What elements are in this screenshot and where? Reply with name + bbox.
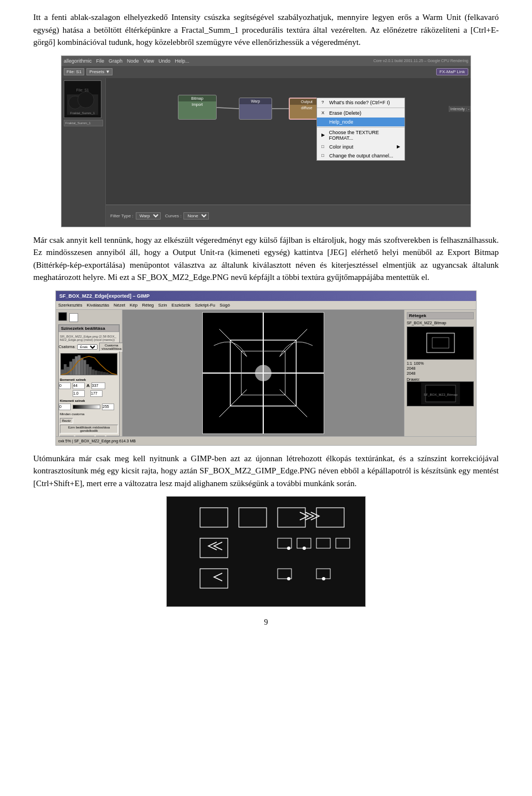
gimp-image-svg [203, 313, 324, 433]
input-values-row2 [59, 390, 119, 397]
svg-point-38 [255, 365, 272, 381]
ne-menu-view[interactable]: View [144, 58, 154, 64]
ne-file-btn[interactable]: File: S1 [64, 68, 84, 75]
gimp-drawable-label: Drawio: [407, 377, 474, 381]
ne-sidebar-item: Fraktal_Summ_1 [64, 120, 103, 126]
output-field-1[interactable] [59, 404, 71, 410]
node-bitmap[interactable]: Bitmap Import [178, 95, 217, 120]
filter-type-select[interactable]: Warp [136, 212, 161, 220]
node-warp[interactable]: Warp [239, 98, 272, 120]
ctx-label-whats-this: What's this node? (Ctrl+F I) [329, 100, 390, 105]
csatorna-row: Csatorna: Érték Csatorna visszaállítása [59, 343, 119, 351]
node-warp-header: Warp [239, 98, 272, 104]
ctx-icon-output: □ [321, 153, 327, 158]
gimp-body: Színezetek beállítása SR_BOX_MZ2_Edge.pn… [56, 310, 476, 436]
input-values-row: A [59, 382, 119, 389]
svg-rect-23 [100, 371, 103, 375]
input-field-2[interactable] [73, 382, 85, 389]
gimp-menu-kivalasztas[interactable]: Kiválasztás [87, 303, 109, 308]
szinezetek-title: Színezetek beállítása [59, 325, 119, 332]
intensity-label: Intensity : - [449, 106, 470, 112]
node-bitmap-header: Bitmap [178, 95, 216, 101]
gimp-menu: Szerkesztés Kiválasztás Nézet Kép Réteg … [56, 301, 476, 310]
curves-select[interactable]: None [183, 212, 209, 220]
histogram-svg [61, 354, 117, 375]
gimp-percent-label: 1:1 [407, 361, 412, 365]
svg-rect-15 [78, 355, 80, 374]
svg-rect-17 [83, 360, 86, 375]
ne-menu-node[interactable]: Node [127, 58, 139, 64]
gimp-drawable-thumb: SF_BOX_MZ2_Bitmap [407, 381, 474, 406]
ctx-separator-2 [317, 127, 405, 127]
gimp-menu-kep[interactable]: Kép [130, 303, 137, 308]
output-field-2[interactable] [102, 404, 114, 410]
bezar-btn[interactable]: Bezár [60, 418, 73, 423]
gimp-menu-sugo[interactable]: Súgó [219, 303, 230, 308]
ne-menu-undo[interactable]: Undo [158, 58, 171, 64]
ctx-item-whats-this[interactable]: ? What's this node? (Ctrl+F I) [317, 98, 405, 107]
svg-rect-39 [418, 328, 463, 358]
svg-rect-26 [109, 374, 111, 375]
input-field-5[interactable] [90, 390, 103, 397]
ne-menubar: allegorithmic File Graph Node View Undo … [62, 56, 470, 66]
svg-rect-16 [80, 358, 83, 374]
ctx-icon-question: ? [321, 100, 327, 105]
ne-brand: allegorithmic [64, 58, 92, 64]
gimp-right-thumb [407, 326, 474, 360]
gimp-dim-label2: 2048 [407, 371, 416, 375]
ne-menu-file[interactable]: File [96, 58, 105, 64]
input-field-1[interactable] [59, 382, 71, 389]
ctx-item-color-input[interactable]: □ Color input ▶ [317, 142, 405, 151]
ne-presets-btn[interactable]: Presets ▼ [86, 68, 112, 75]
gimp-value-row-1: 1:1 100% [407, 361, 474, 365]
minden-csatorna-label: Minden csatorna [59, 411, 119, 417]
ne-sidebar: File: S1 Fraktal_Summ_1 Fraktal_Summ_1 [62, 78, 106, 227]
histogram-area [60, 353, 117, 375]
gimp-menu-szkriptfu[interactable]: Szkript-Fu [195, 303, 215, 308]
svg-text:Fraktal_Summ_1: Fraktal_Summ_1 [70, 111, 95, 115]
gimp-size-label: 100% [414, 361, 424, 365]
svg-rect-12 [69, 361, 72, 375]
svg-point-61 [322, 577, 325, 580]
gimp-menu-eszkozok[interactable]: Eszközök [172, 303, 191, 308]
foreground-color[interactable] [58, 312, 67, 321]
gimp-thumb-svg [418, 328, 463, 358]
svg-rect-21 [95, 370, 98, 375]
svg-rect-24 [103, 372, 106, 375]
action-buttons: Bezár Ezm beállítások módosítása gondolk… [59, 417, 119, 435]
gimp-menu-nezet[interactable]: Nézet [114, 303, 125, 308]
final-image-svg [167, 497, 366, 607]
csatorna-visszaallitas-btn[interactable]: Csatorna visszaállítása [99, 343, 124, 351]
ne-menu-graph[interactable]: Graph [109, 58, 122, 64]
gimp-menu-szin[interactable]: Szín [158, 303, 167, 308]
gimp-menu-szerkesztes[interactable]: Szerkesztés [58, 303, 83, 308]
output-slider[interactable] [73, 405, 100, 409]
svg-rect-18 [86, 364, 89, 375]
ctx-item-output-channel[interactable]: □ Change the output channel... [317, 151, 405, 160]
screenshot-3-container [33, 496, 499, 607]
ne-bottom-bar: Filter Type : Warp Curves : None [106, 205, 470, 227]
gimp-status-text: oxk 5% | SF_BOX_MZ2_Edge.png 614.3 MB [58, 439, 136, 443]
background-color[interactable] [69, 313, 78, 322]
gimp-title-text: SF_BOX_MZ2_Edge[exported] – GIMP [59, 293, 150, 299]
ctx-item-help[interactable]: Help_node [317, 118, 405, 126]
fx-map-link[interactable]: FX-MaP Link [436, 68, 468, 75]
gimp-value-row-2: 2048 [407, 366, 474, 370]
node-bitmap-body: Import [178, 101, 216, 108]
csatorna-select[interactable]: Érték [77, 344, 98, 350]
ezm-btn[interactable]: Ezm beállítások módosítása gondolkodik [60, 425, 118, 433]
gimp-menu-reteg[interactable]: Réteg [142, 303, 154, 308]
ctx-item-texture[interactable]: ▶ Choose the TEXTURE FORMAT... [317, 128, 405, 142]
input-field-4[interactable] [73, 390, 85, 397]
svg-rect-20 [92, 369, 95, 375]
drawable-svg: SF_BOX_MZ2_Bitmap [421, 382, 460, 405]
ne-menu-help[interactable]: Help... [175, 58, 189, 64]
gimp-value-row-3: 2048 [407, 371, 474, 375]
ctx-item-erase[interactable]: X Erase (Delete) [317, 109, 405, 118]
gimp-image [202, 312, 324, 434]
input-field-3[interactable] [91, 382, 105, 389]
gimp-canvas-area [122, 310, 404, 436]
ctx-label-output-channel: Change the output channel... [329, 153, 393, 159]
csatorna-label: Csatorna: [59, 345, 75, 349]
ne-thumb-fractal: File: S1 Fraktal_Summ_1 [64, 80, 101, 118]
